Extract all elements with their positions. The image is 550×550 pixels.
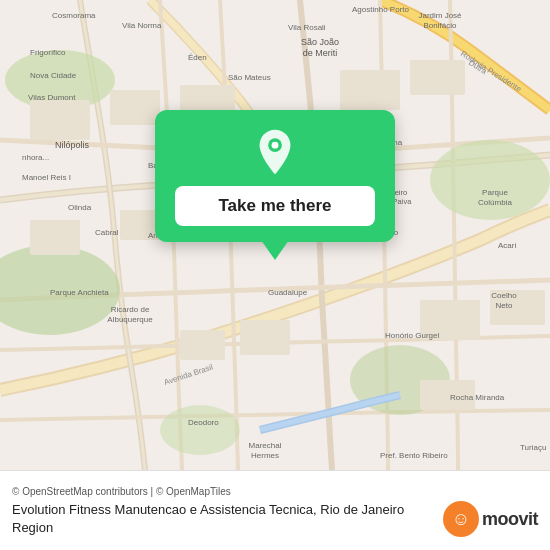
svg-text:Nilópolis: Nilópolis [55, 140, 90, 150]
svg-text:Marechal: Marechal [249, 441, 282, 450]
map-attribution: © OpenStreetMap contributors | © OpenMap… [12, 486, 538, 497]
svg-text:Bonifácio: Bonifácio [424, 21, 457, 30]
svg-text:Éden: Éden [188, 53, 207, 62]
map-pin-icon [251, 128, 299, 176]
svg-text:Colúmbia: Colúmbia [478, 198, 512, 207]
svg-point-3 [430, 140, 550, 220]
svg-text:Hermes: Hermes [251, 451, 279, 460]
location-popup: Take me there [155, 110, 395, 242]
place-info: Evolution Fitness Manutencao e Assistenc… [12, 501, 538, 537]
svg-text:Manoel Reis I: Manoel Reis I [22, 173, 71, 182]
take-me-there-button[interactable]: Take me there [175, 186, 375, 226]
svg-text:Jardim José: Jardim José [418, 11, 462, 20]
svg-text:Vilas Dumont: Vilas Dumont [28, 93, 76, 102]
svg-point-5 [160, 405, 240, 455]
svg-text:Neto: Neto [496, 301, 513, 310]
svg-text:Parque Anchieta: Parque Anchieta [50, 288, 109, 297]
svg-rect-11 [30, 220, 80, 255]
svg-rect-9 [340, 70, 400, 110]
svg-text:Frigorífico: Frigorífico [30, 48, 66, 57]
svg-text:Acari: Acari [498, 241, 516, 250]
moovit-icon-symbol: ☺ [452, 510, 470, 528]
svg-text:Coelho: Coelho [491, 291, 517, 300]
svg-rect-18 [180, 330, 225, 360]
bottom-bar: © OpenStreetMap contributors | © OpenMap… [0, 470, 550, 550]
svg-point-66 [272, 142, 279, 149]
svg-rect-17 [240, 320, 290, 355]
svg-text:Parque: Parque [482, 188, 508, 197]
svg-text:Deodoro: Deodoro [188, 418, 219, 427]
svg-text:Ricardo de: Ricardo de [111, 305, 150, 314]
svg-text:de Meriti: de Meriti [303, 48, 338, 58]
svg-text:Rocha Miranda: Rocha Miranda [450, 393, 505, 402]
map-container: Nilópolis São João de Meriti Guadalupe B… [0, 0, 550, 470]
svg-text:Vila Norma: Vila Norma [122, 21, 162, 30]
svg-text:Vila Rosali: Vila Rosali [288, 23, 326, 32]
svg-text:Cosmorama: Cosmorama [52, 11, 96, 20]
svg-rect-10 [410, 60, 465, 95]
svg-text:Nova Cidade: Nova Cidade [30, 71, 77, 80]
svg-text:Guadalupe: Guadalupe [268, 288, 308, 297]
svg-text:São Mateus: São Mateus [228, 73, 271, 82]
svg-text:Pref. Bento Ribeiro: Pref. Bento Ribeiro [380, 451, 448, 460]
moovit-icon: ☺ [443, 501, 479, 537]
svg-text:São João: São João [301, 37, 339, 47]
moovit-brand-text: moovit [482, 509, 538, 530]
svg-text:Cabral: Cabral [95, 228, 119, 237]
svg-text:Honório Gurgel: Honório Gurgel [385, 331, 439, 340]
svg-text:Olinda: Olinda [68, 203, 92, 212]
svg-text:Albuquerque: Albuquerque [107, 315, 153, 324]
svg-text:Turiaçu: Turiaçu [520, 443, 546, 452]
svg-rect-7 [110, 90, 160, 125]
svg-text:Agostinho Porto: Agostinho Porto [352, 5, 409, 14]
moovit-logo: ☺ moovit [443, 501, 538, 537]
place-name: Evolution Fitness Manutencao e Assistenc… [12, 501, 433, 537]
svg-rect-6 [30, 100, 90, 140]
svg-text:nhora...: nhora... [22, 153, 49, 162]
